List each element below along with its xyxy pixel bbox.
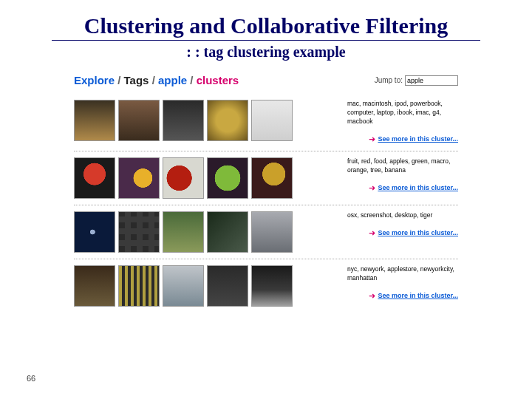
breadcrumb-sep: / — [152, 74, 155, 86]
cluster-row: osx, screenshot, desktop, tiger ➜ See mo… — [74, 205, 458, 259]
thumbnail[interactable] — [74, 100, 115, 141]
thumbs — [74, 157, 293, 199]
breadcrumb-explore[interactable]: Explore — [74, 74, 115, 86]
see-more-link[interactable]: See more in this cluster... — [378, 228, 458, 238]
breadcrumb-tags[interactable]: Tags — [124, 74, 149, 86]
tags-column: nyc, newyork, applestore, newyorkcity, m… — [347, 265, 458, 307]
thumbnail[interactable] — [251, 157, 293, 199]
breadcrumb-apple[interactable]: apple — [158, 74, 187, 86]
thumbnail[interactable] — [207, 211, 248, 253]
arrow-icon: ➜ — [369, 290, 375, 301]
tag-list[interactable]: fruit, red, food, apples, green, macro, … — [347, 157, 458, 175]
top-bar: Explore / Tags / apple / clusters Jump t… — [74, 74, 458, 86]
thumbnail[interactable] — [251, 265, 293, 307]
thumbnail[interactable] — [207, 265, 248, 307]
see-more[interactable]: ➜ See more in this cluster... — [347, 228, 458, 239]
thumbnail[interactable] — [118, 100, 160, 141]
thumbnail[interactable] — [163, 265, 204, 307]
arrow-icon: ➜ — [369, 228, 375, 239]
title-underline — [52, 40, 480, 41]
breadcrumb-sep: / — [190, 74, 193, 86]
cluster-row: nyc, newyork, applestore, newyorkcity, m… — [74, 259, 458, 313]
thumbnail[interactable] — [207, 100, 248, 141]
thumbnail[interactable] — [163, 100, 204, 141]
slide-subtitle: : : tag clustering example — [0, 44, 532, 61]
jump-label: Jump to: — [375, 76, 403, 84]
arrow-icon: ➜ — [369, 183, 375, 194]
thumbs — [74, 265, 293, 307]
breadcrumb: Explore / Tags / apple / clusters — [74, 74, 239, 86]
jump-input[interactable] — [405, 75, 458, 86]
thumbnail[interactable] — [163, 211, 204, 253]
thumbnail[interactable] — [118, 211, 160, 253]
screenshot-content: Explore / Tags / apple / clusters Jump t… — [74, 74, 458, 313]
tag-list[interactable]: osx, screenshot, desktop, tiger — [347, 211, 458, 220]
breadcrumb-clusters[interactable]: clusters — [197, 74, 239, 86]
thumbnail[interactable] — [251, 211, 293, 253]
see-more[interactable]: ➜ See more in this cluster... — [347, 183, 458, 194]
tags-column: osx, screenshot, desktop, tiger ➜ See mo… — [347, 211, 458, 253]
thumbnail[interactable] — [251, 100, 293, 141]
tags-column: fruit, red, food, apples, green, macro, … — [347, 157, 458, 199]
tags-column: mac, macintosh, ipod, powerbook, compute… — [347, 100, 458, 145]
thumbnail[interactable] — [74, 157, 115, 199]
arrow-icon: ➜ — [369, 134, 375, 145]
breadcrumb-sep: / — [117, 74, 120, 86]
thumbnail[interactable] — [118, 265, 160, 307]
cluster-row: mac, macintosh, ipod, powerbook, compute… — [74, 94, 458, 151]
thumbnail[interactable] — [74, 211, 115, 253]
thumbnail[interactable] — [118, 157, 160, 199]
see-more-link[interactable]: See more in this cluster... — [378, 291, 458, 301]
page-number: 66 — [27, 374, 35, 383]
slide-title: Clustering and Collaborative Filtering — [0, 0, 532, 40]
thumbs — [74, 100, 293, 145]
tag-list[interactable]: nyc, newyork, applestore, newyorkcity, m… — [347, 265, 458, 283]
thumbnail[interactable] — [207, 157, 248, 199]
see-more-link[interactable]: See more in this cluster... — [378, 134, 458, 144]
see-more[interactable]: ➜ See more in this cluster... — [347, 134, 458, 145]
thumbs — [74, 211, 293, 253]
see-more-link[interactable]: See more in this cluster... — [378, 183, 458, 193]
tag-list[interactable]: mac, macintosh, ipod, powerbook, compute… — [347, 100, 458, 126]
thumbnail[interactable] — [163, 157, 204, 199]
thumbnail[interactable] — [74, 265, 115, 307]
jump-to: Jump to: — [375, 75, 458, 86]
cluster-row: fruit, red, food, apples, green, macro, … — [74, 151, 458, 205]
see-more[interactable]: ➜ See more in this cluster... — [347, 290, 458, 301]
